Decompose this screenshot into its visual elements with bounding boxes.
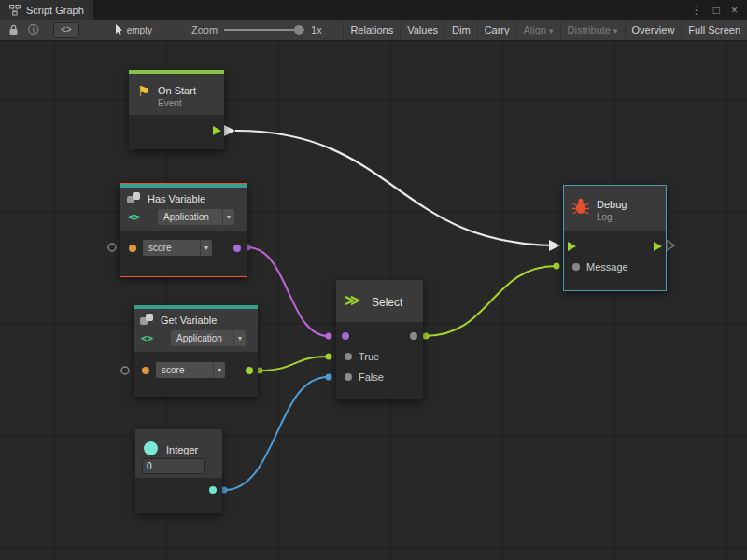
align-button[interactable]: Align ▾ — [516, 20, 560, 40]
node-select[interactable]: ≫ Select True False — [336, 280, 423, 399]
chevron-down-icon: ▾ — [200, 240, 212, 256]
event-accent-bar — [129, 70, 224, 74]
window-controls: ⋮ □ × — [682, 0, 747, 20]
script-graph-icon — [9, 5, 21, 16]
select-icon: ≫ — [345, 291, 360, 309]
message-port-label: Message — [586, 261, 628, 273]
wire-endpoint — [326, 374, 332, 381]
chevron-down-icon: ▾ — [222, 209, 234, 225]
variables-icon — [140, 314, 157, 329]
chevron-down-icon: ▾ — [549, 26, 554, 35]
true-input-port[interactable] — [345, 353, 352, 360]
true-port-label: True — [359, 351, 379, 362]
scope-dropdown[interactable]: Application ▾ — [171, 330, 246, 346]
relations-button[interactable]: Relations — [343, 20, 400, 40]
menu-kebab-icon[interactable]: ⋮ — [691, 4, 702, 17]
dim-button[interactable]: Dim — [444, 20, 477, 40]
node-subtitle: Log — [597, 212, 613, 222]
variable-name-dropdown[interactable]: score ▾ — [143, 240, 212, 256]
full-screen-button[interactable]: Full Screen — [681, 20, 747, 40]
node-title: On Start — [158, 85, 196, 96]
wire-endpoint — [326, 354, 332, 360]
variables-icon — [127, 192, 144, 207]
wire-getvariable-to-select[interactable] — [260, 357, 328, 371]
flow-out-arrowhead — [224, 125, 235, 136]
unconnected-flow-output[interactable] — [667, 241, 674, 251]
variable-name-input-port[interactable] — [129, 245, 136, 252]
toolbar-button-group: Relations Values Dim Carry Align ▾ Distr… — [343, 20, 747, 40]
zoom-label: Zoom — [191, 24, 218, 35]
false-port-label: False — [359, 371, 384, 383]
zoom-value: 1x — [311, 24, 322, 35]
node-title: Get Variable — [161, 315, 217, 326]
value-output-port[interactable] — [246, 367, 253, 374]
graph-toolbar: ⓘ <> empty Zoom 1x Relations Values Dim … — [0, 20, 747, 41]
chevron-down-icon: ▾ — [233, 330, 246, 346]
overview-button[interactable]: Overview — [625, 20, 682, 40]
scope-dropdown[interactable]: Application ▾ — [158, 209, 234, 225]
tab-title: Script Graph — [26, 5, 84, 16]
integer-literal-icon — [144, 441, 158, 455]
chevron-down-icon: ▾ — [613, 26, 618, 35]
flag-icon: ⚑ — [137, 83, 149, 100]
flow-output-port[interactable] — [654, 242, 662, 251]
wire-hasvariable-to-select[interactable] — [247, 247, 328, 336]
message-input-port[interactable] — [572, 263, 580, 271]
zoom-slider[interactable] — [224, 29, 304, 31]
cursor-icon — [115, 24, 123, 35]
wire-onstart-to-debug[interactable] — [235, 131, 558, 245]
node-integer[interactable]: Integer 0 — [135, 429, 222, 513]
wire-endpoint — [326, 333, 332, 340]
chevron-down-icon: ▾ — [213, 362, 225, 378]
bool-output-port[interactable] — [233, 245, 241, 252]
close-icon[interactable]: × — [731, 4, 738, 17]
carry-button[interactable]: Carry — [477, 20, 516, 40]
distribute-button[interactable]: Distribute ▾ — [560, 20, 625, 40]
node-title: Select — [372, 296, 402, 309]
wire-endpoint — [554, 263, 560, 270]
node-on-start[interactable]: ⚑ On Start Event — [129, 70, 224, 149]
bug-icon — [571, 197, 590, 216]
integer-value-input[interactable]: 0 — [142, 458, 205, 474]
flow-input-port[interactable] — [568, 242, 576, 251]
node-has-variable[interactable]: Has Variable <> Application ▾ score ▾ — [120, 183, 247, 277]
selection-indicator: empty — [115, 24, 152, 35]
tab-script-graph[interactable]: Script Graph — [0, 0, 93, 20]
unconnected-input-port[interactable] — [108, 244, 116, 251]
flow-in-arrowhead — [549, 240, 560, 251]
node-title: Integer — [166, 444, 198, 455]
scope-brackets-icon: <> — [128, 211, 140, 223]
selection-label: empty — [127, 25, 152, 35]
integer-output-port[interactable] — [209, 486, 217, 494]
scope-brackets-icon: <> — [141, 332, 153, 344]
variable-accent-bar — [120, 184, 247, 188]
values-button[interactable]: Values — [400, 20, 444, 40]
node-get-variable[interactable]: Get Variable <> Application ▾ score ▾ — [134, 305, 258, 397]
flow-output-port[interactable] — [213, 126, 221, 135]
false-input-port[interactable] — [345, 373, 352, 381]
node-title: Has Variable — [148, 193, 205, 204]
node-debug-log[interactable]: Debug Log Message — [563, 185, 667, 291]
tab-bar: Script Graph ⋮ □ × — [0, 0, 747, 20]
lock-icon[interactable] — [8, 24, 19, 35]
variable-name-input-port[interactable] — [142, 367, 149, 374]
condition-input-port[interactable] — [342, 332, 349, 340]
node-title: Debug — [597, 199, 627, 210]
result-output-port[interactable] — [410, 332, 417, 340]
info-icon[interactable]: ⓘ — [28, 22, 39, 38]
connections-toggle[interactable]: <> — [53, 22, 79, 38]
variable-accent-bar — [134, 305, 258, 309]
node-subtitle: Event — [158, 98, 182, 108]
wire-select-to-debug-message[interactable] — [425, 266, 557, 336]
wire-endpoint — [423, 333, 430, 340]
maximize-icon[interactable]: □ — [713, 4, 720, 17]
zoom-slider-handle[interactable] — [294, 25, 303, 35]
unconnected-input-port[interactable] — [121, 367, 129, 374]
variable-name-dropdown[interactable]: score ▾ — [156, 362, 225, 378]
graph-canvas[interactable]: ⚑ On Start Event Has Variable <> Applica… — [0, 41, 747, 560]
